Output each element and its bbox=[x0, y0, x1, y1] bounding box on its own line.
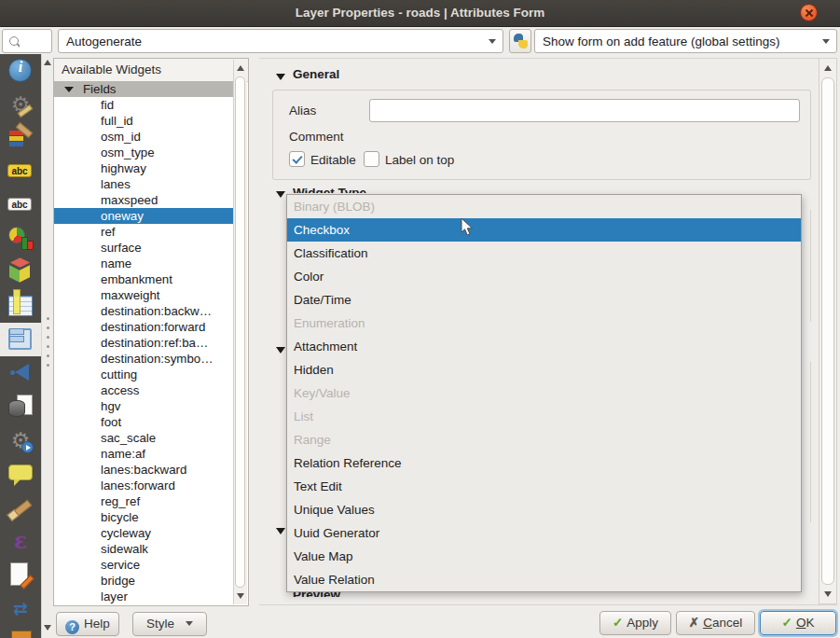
field-item-service[interactable]: service bbox=[54, 557, 234, 573]
field-item-destination-symbo[interactable]: destination:symbo… bbox=[54, 351, 234, 367]
editable-label[interactable]: Editable bbox=[310, 153, 356, 167]
expander-icon[interactable] bbox=[64, 87, 74, 92]
close-button[interactable] bbox=[800, 4, 818, 21]
scroll-down-icon[interactable] bbox=[237, 593, 244, 599]
scroll-up-icon[interactable] bbox=[824, 65, 832, 71]
sidebar-item-source[interactable]: ⚙Source bbox=[0, 88, 41, 121]
widget-type-option-unique-values[interactable]: Unique Values bbox=[287, 498, 801, 521]
widget-type-option-range[interactable]: Range bbox=[287, 428, 801, 451]
sidebar-item-attributes-form[interactable]: Attributes Form bbox=[0, 323, 41, 356]
main-scrollbar[interactable] bbox=[819, 58, 837, 604]
widget-type-option-key-value[interactable]: Key/Value bbox=[287, 381, 801, 405]
widget-type-option-binary-blob[interactable]: Binary (BLOB) bbox=[287, 195, 801, 218]
field-item-osm-type[interactable]: osm_type bbox=[54, 145, 234, 160]
editable-checkbox[interactable] bbox=[289, 151, 305, 167]
field-item-fid[interactable]: fid bbox=[54, 97, 234, 113]
field-item-bridge[interactable]: bridge bbox=[54, 573, 234, 589]
section-expander-icon[interactable] bbox=[276, 528, 285, 534]
attribute-editor-layout-combo[interactable]: Autogenerate bbox=[58, 29, 503, 53]
field-item-cycleway[interactable]: cycleway bbox=[54, 525, 234, 541]
field-item-layer[interactable]: layer bbox=[54, 589, 234, 604]
scroll-down-icon[interactable] bbox=[44, 625, 51, 631]
widget-type-option-classification[interactable]: Classification bbox=[287, 242, 801, 265]
field-item-name-af[interactable]: name:af bbox=[54, 446, 234, 462]
widget-type-section-title-clipped[interactable]: Widget Type bbox=[293, 186, 414, 193]
label-on-top-checkbox[interactable] bbox=[364, 151, 379, 167]
fields-group-row[interactable]: Fields bbox=[54, 81, 234, 97]
field-item-destination-forward[interactable]: destination:forward bbox=[54, 319, 234, 335]
search-input[interactable] bbox=[20, 33, 51, 49]
field-item-access[interactable]: access bbox=[54, 382, 234, 398]
apply-button[interactable]: ✓Apply bbox=[599, 611, 671, 635]
field-item-maxspeed[interactable]: maxspeed bbox=[54, 192, 234, 208]
field-item-ref[interactable]: ref bbox=[54, 224, 234, 240]
widget-type-option-color[interactable]: Color bbox=[287, 265, 801, 288]
general-section-title[interactable]: General bbox=[293, 67, 339, 81]
field-item-name[interactable]: name bbox=[54, 256, 234, 271]
sidebar-item-information[interactable]: iInformation bbox=[0, 54, 41, 88]
field-item-lanes-forward[interactable]: lanes:forward bbox=[54, 478, 234, 493]
field-item-sidewalk[interactable]: sidewalk bbox=[54, 541, 234, 557]
sidebar-item-variables[interactable]: εVariables bbox=[0, 524, 41, 558]
sidebar-item-joins[interactable]: Joins bbox=[0, 356, 41, 390]
style-button[interactable]: Style bbox=[132, 612, 207, 636]
splitter-grip[interactable] bbox=[47, 317, 49, 320]
field-item-foot[interactable]: foot bbox=[54, 414, 234, 430]
widgets-scrollbar[interactable] bbox=[233, 60, 247, 604]
widget-type-option-checkbox[interactable]: Checkbox bbox=[287, 218, 801, 242]
widget-type-option-attachment[interactable]: Attachment bbox=[287, 335, 801, 358]
sidebar-item-masks[interactable]: abcMasks bbox=[0, 188, 41, 222]
field-item-oneway[interactable]: oneway bbox=[54, 208, 234, 224]
help-button[interactable]: ?Help bbox=[56, 612, 119, 636]
widget-type-option-value-relation[interactable]: Value Relation bbox=[287, 568, 801, 591]
alias-field[interactable] bbox=[369, 99, 800, 122]
field-item-maxweight[interactable]: maxweight bbox=[54, 287, 234, 303]
title-bar[interactable]: Layer Properties - roads | Attributes Fo… bbox=[0, 0, 840, 27]
scroll-up-icon[interactable] bbox=[44, 60, 51, 65]
field-item-surface[interactable]: surface bbox=[54, 240, 234, 256]
field-item-highway[interactable]: highway bbox=[54, 160, 234, 176]
field-item-reg-ref[interactable]: reg_ref bbox=[54, 493, 234, 509]
widget-type-option-hidden[interactable]: Hidden bbox=[287, 358, 801, 381]
sidebar-scrollbar[interactable] bbox=[41, 54, 53, 638]
field-item-destination-ref-ba[interactable]: destination:ref:ba… bbox=[54, 335, 234, 351]
widget-type-section-expander-icon[interactable] bbox=[276, 191, 285, 198]
sidebar-item-dependencies[interactable]: ⇄Dependencies bbox=[0, 591, 41, 625]
field-item-cutting[interactable]: cutting bbox=[54, 367, 234, 382]
sidebar-item-labels[interactable]: abcLabels bbox=[0, 155, 41, 188]
scroll-down-icon[interactable] bbox=[824, 591, 832, 597]
field-item-osm-id[interactable]: osm_id bbox=[54, 129, 234, 145]
section-expander-icon[interactable] bbox=[276, 347, 285, 354]
field-item-sac-scale[interactable]: sac_scale bbox=[54, 430, 234, 446]
widget-type-option-date-time[interactable]: Date/Time bbox=[287, 288, 801, 312]
widget-type-option-text-edit[interactable]: Text Edit bbox=[287, 475, 801, 498]
sidebar-item-actions[interactable]: ⚙Actions bbox=[0, 423, 41, 457]
sidebar-item-3d-view[interactable]: 3D View bbox=[0, 256, 41, 289]
field-item-embankment[interactable]: embankment bbox=[54, 271, 234, 287]
sidebar-item-diagrams[interactable]: Diagrams bbox=[0, 222, 41, 256]
ok-button[interactable]: ✓OK bbox=[760, 611, 836, 635]
alias-input[interactable] bbox=[376, 103, 790, 118]
scroll-up-icon[interactable] bbox=[237, 65, 244, 71]
python-init-function-button[interactable] bbox=[509, 29, 531, 53]
widget-type-option-relation-reference[interactable]: Relation Reference bbox=[287, 451, 801, 475]
sidebar-item-auxiliary-storage[interactable]: Auxiliary Storage bbox=[0, 390, 41, 423]
widget-type-option-list[interactable]: List bbox=[287, 405, 801, 428]
field-item-hgv[interactable]: hgv bbox=[54, 398, 234, 414]
sidebar-item-metadata[interactable]: Metadata bbox=[0, 558, 41, 591]
label-on-top-label[interactable]: Label on top bbox=[385, 153, 454, 167]
widget-type-option-value-map[interactable]: Value Map bbox=[287, 545, 801, 568]
scrollbar-thumb[interactable] bbox=[821, 77, 834, 585]
sidebar-item-display[interactable]: Display bbox=[0, 457, 41, 491]
widget-type-option-uuid-generator[interactable]: Uuid Generator bbox=[287, 521, 801, 545]
widget-type-option-enumeration[interactable]: Enumeration bbox=[287, 312, 801, 335]
sidebar-item-fields[interactable]: Fields bbox=[0, 289, 41, 323]
sidebar-item-symbology[interactable]: Symbology bbox=[0, 121, 41, 155]
field-item-lanes[interactable]: lanes bbox=[54, 176, 234, 192]
field-item-lanes-backward[interactable]: lanes:backward bbox=[54, 462, 234, 478]
cancel-button[interactable]: ✗Cancel bbox=[676, 611, 755, 635]
field-item-full-id[interactable]: full_id bbox=[54, 113, 234, 129]
scrollbar-thumb[interactable] bbox=[235, 76, 245, 588]
sidebar-item-rendering[interactable]: Rendering bbox=[0, 491, 41, 524]
field-item-bicycle[interactable]: bicycle bbox=[54, 509, 234, 525]
